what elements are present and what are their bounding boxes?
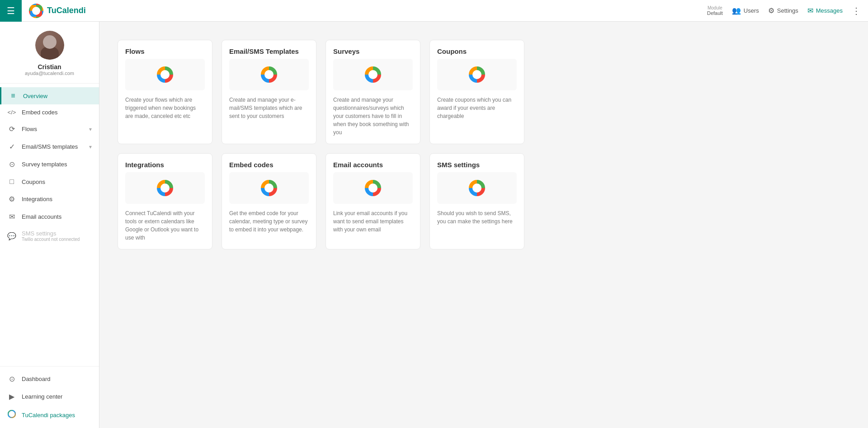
sidebar-bottom: ⊙ Dashboard ▶ Learning center bbox=[0, 366, 99, 428]
topbar: ☰ TuCalendi Module Default 👥 Users ⚙ Set… bbox=[0, 0, 868, 22]
card-title-flows: Flows bbox=[118, 40, 212, 59]
tucalendi-logo-sms-settings bbox=[469, 180, 485, 196]
sidebar-label-sms-settings: SMS settings Twilio account not connecte… bbox=[22, 230, 92, 242]
users-icon: 👥 bbox=[732, 6, 741, 15]
profile-email: ayuda@tucalendi.com bbox=[25, 71, 74, 76]
sidebar-item-learning-center[interactable]: ▶ Learning center bbox=[0, 388, 99, 405]
tucalendi-logo-flows bbox=[157, 66, 173, 83]
integrations-icon: ⚙ bbox=[7, 195, 16, 203]
main-content: Flows Create your flows which are trigge… bbox=[99, 22, 868, 428]
sidebar-label-packages: TuCalendi packages bbox=[22, 412, 92, 419]
profile-name: Cristian bbox=[38, 63, 61, 71]
tucalendi-packages-icon bbox=[7, 410, 16, 420]
tucalendi-logo-email-sms-templates bbox=[261, 66, 277, 83]
tucalendi-logo-coupons bbox=[469, 66, 485, 83]
module-value: Default bbox=[707, 10, 723, 16]
survey-icon: ⊙ bbox=[7, 160, 16, 169]
card-embed-codes[interactable]: Embed codes Get the embed code for your … bbox=[222, 153, 316, 249]
card-title-integrations: Integrations bbox=[118, 154, 212, 172]
sidebar-item-dashboard[interactable]: ⊙ Dashboard bbox=[0, 370, 99, 388]
sidebar-item-overview[interactable]: ≡ Overview bbox=[0, 87, 99, 104]
card-coupons[interactable]: Coupons Create coupons which you can awa… bbox=[429, 40, 524, 144]
email-accounts-icon: ✉ bbox=[7, 212, 16, 221]
sidebar-label-learning-center: Learning center bbox=[22, 393, 92, 400]
card-title-embed-codes: Embed codes bbox=[222, 154, 316, 172]
tucalendi-logo-integrations bbox=[157, 180, 173, 196]
sms-settings-icon: 💬 bbox=[7, 232, 16, 240]
card-title-surveys: Surveys bbox=[326, 40, 420, 59]
card-logo-email-accounts bbox=[333, 172, 413, 204]
card-desc-coupons: Create coupons which you can award if yo… bbox=[430, 90, 524, 127]
sidebar-item-survey-templates[interactable]: ⊙ Survey templates bbox=[0, 155, 99, 173]
sidebar-nav: ≡ Overview </> Embed codes ⟳ Flows ▾ ✓ E… bbox=[0, 84, 99, 366]
sidebar-item-email-accounts[interactable]: ✉ Email accounts bbox=[0, 208, 99, 226]
sidebar-label-overview: Overview bbox=[23, 93, 92, 99]
cards-grid: Flows Create your flows which are trigge… bbox=[118, 40, 524, 249]
sidebar-label-flows: Flows bbox=[22, 126, 84, 132]
hamburger-button[interactable]: ☰ bbox=[0, 0, 22, 22]
sidebar-item-coupons[interactable]: □ Coupons bbox=[0, 173, 99, 190]
flows-arrow-icon: ▾ bbox=[89, 126, 92, 132]
card-surveys[interactable]: Surveys Create and manage your questionn… bbox=[326, 40, 420, 144]
sidebar-item-embed-codes[interactable]: </> Embed codes bbox=[0, 104, 99, 120]
card-logo-coupons bbox=[437, 59, 517, 90]
card-desc-flows: Create your flows which are triggered wh… bbox=[118, 90, 212, 127]
users-button[interactable]: 👥 Users bbox=[732, 6, 759, 15]
card-logo-integrations bbox=[125, 172, 205, 204]
svg-point-0 bbox=[8, 410, 15, 418]
card-desc-sms-settings: Should you wish to send SMS, you can mak… bbox=[430, 204, 524, 233]
topbar-right: Module Default 👥 Users ⚙ Settings ✉ Mess… bbox=[700, 5, 868, 16]
logo-icon bbox=[29, 4, 43, 18]
more-options-button[interactable]: ⋮ bbox=[852, 5, 861, 16]
card-integrations[interactable]: Integrations Connect TuCalendi with your… bbox=[118, 153, 212, 249]
sidebar-item-integrations[interactable]: ⚙ Integrations bbox=[0, 190, 99, 208]
learning-center-icon: ▶ bbox=[7, 392, 16, 401]
sidebar-item-sms-settings[interactable]: 💬 SMS settings Twilio account not connec… bbox=[0, 226, 99, 246]
logo: TuCalendi bbox=[22, 4, 93, 18]
settings-button[interactable]: ⚙ Settings bbox=[768, 6, 798, 15]
card-title-email-sms-templates: Email/SMS Templates bbox=[222, 40, 316, 59]
settings-icon: ⚙ bbox=[768, 6, 774, 15]
module-selector[interactable]: Module Default bbox=[707, 5, 723, 16]
tucalendi-logo-email-accounts bbox=[365, 180, 381, 196]
tucalendi-logo-surveys bbox=[365, 66, 381, 83]
hamburger-icon: ☰ bbox=[7, 5, 15, 16]
card-logo-flows bbox=[125, 59, 205, 90]
logo-text: TuCalendi bbox=[47, 6, 86, 15]
messages-icon: ✉ bbox=[807, 6, 813, 15]
sidebar-item-tucalendi-packages[interactable]: TuCalendi packages bbox=[0, 405, 99, 424]
card-title-coupons: Coupons bbox=[430, 40, 524, 59]
embed-codes-icon: </> bbox=[7, 109, 16, 116]
sidebar-label-integrations: Integrations bbox=[22, 196, 92, 202]
sidebar-label-email-accounts: Email accounts bbox=[22, 213, 92, 220]
card-email-sms-templates[interactable]: Email/SMS Templates Create and manage yo… bbox=[222, 40, 316, 144]
card-desc-surveys: Create and manage your questionnaires/su… bbox=[326, 90, 420, 144]
card-logo-surveys bbox=[333, 59, 413, 90]
sidebar-item-flows[interactable]: ⟳ Flows ▾ bbox=[0, 120, 99, 138]
card-title-email-accounts: Email accounts bbox=[326, 154, 420, 172]
sidebar-label-email-sms: Email/SMS templates bbox=[22, 143, 84, 150]
avatar bbox=[35, 31, 64, 60]
tucalendi-logo-embed-codes bbox=[261, 180, 277, 196]
messages-label: Messages bbox=[816, 7, 843, 14]
card-email-accounts[interactable]: Email accounts Link your email accounts … bbox=[326, 153, 420, 249]
email-sms-icon: ✓ bbox=[7, 142, 16, 151]
profile-section: Cristian ayuda@tucalendi.com bbox=[0, 22, 99, 84]
card-desc-email-accounts: Link your email accounts if you want to … bbox=[326, 204, 420, 241]
sidebar-label-dashboard: Dashboard bbox=[22, 376, 92, 382]
overview-icon: ≡ bbox=[9, 92, 18, 100]
sidebar: Cristian ayuda@tucalendi.com ≡ Overview … bbox=[0, 22, 99, 428]
sidebar-label-survey: Survey templates bbox=[22, 161, 92, 168]
card-logo-sms-settings bbox=[437, 172, 517, 204]
email-sms-arrow-icon: ▾ bbox=[89, 144, 92, 150]
coupons-icon: □ bbox=[7, 178, 16, 186]
card-title-sms-settings: SMS settings bbox=[430, 154, 524, 172]
messages-button[interactable]: ✉ Messages bbox=[807, 6, 843, 15]
card-logo-embed-codes bbox=[229, 172, 309, 204]
users-label: Users bbox=[744, 7, 759, 14]
sidebar-item-email-sms-templates[interactable]: ✓ Email/SMS templates ▾ bbox=[0, 138, 99, 155]
sidebar-label-embed-codes: Embed codes bbox=[22, 109, 92, 116]
card-desc-email-sms-templates: Create and manage your e-mail/SMS templa… bbox=[222, 90, 316, 127]
card-sms-settings[interactable]: SMS settings Should you wish to send SMS… bbox=[429, 153, 524, 249]
card-flows[interactable]: Flows Create your flows which are trigge… bbox=[118, 40, 212, 144]
